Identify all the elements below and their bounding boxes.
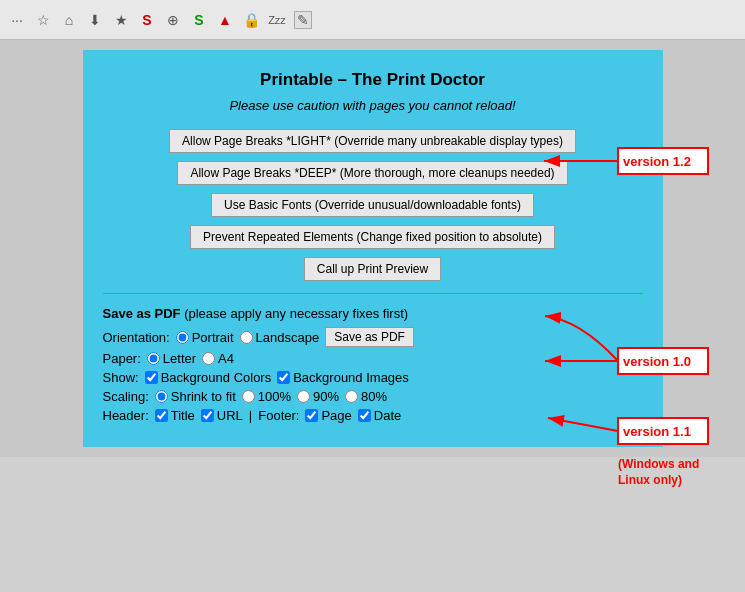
date-checkbox[interactable]	[358, 409, 371, 422]
landscape-label[interactable]: Landscape	[240, 330, 320, 345]
s90-radio[interactable]	[297, 390, 310, 403]
s1-icon[interactable]: S	[138, 11, 156, 29]
pagebreaks-deep-button[interactable]: Allow Page Breaks *DEEP* (More thorough,…	[177, 161, 567, 185]
page-chk-label[interactable]: Page	[305, 408, 351, 423]
paper-row: Paper: Letter A4	[103, 351, 643, 366]
letter-label[interactable]: Letter	[147, 351, 196, 366]
s80-radio[interactable]	[345, 390, 358, 403]
pdf-section-title: Save as PDF (please apply any necessary …	[103, 306, 643, 321]
footer-label: Footer:	[258, 408, 299, 423]
landscape-radio[interactable]	[240, 331, 253, 344]
pdf-title-rest: (please apply any necessary fixes first)	[181, 306, 409, 321]
header-row: Header: Title URL | Footer: Page Date	[103, 408, 643, 423]
letter-radio[interactable]	[147, 352, 160, 365]
pagebreaks-deep-row: Allow Page Breaks *DEEP* (More thorough,…	[103, 161, 643, 185]
zap-icon[interactable]: Zzz	[268, 11, 286, 29]
bg-colors-checkbox[interactable]	[145, 371, 158, 384]
page-checkbox[interactable]	[305, 409, 318, 422]
s100-radio[interactable]	[242, 390, 255, 403]
s90-label[interactable]: 90%	[297, 389, 339, 404]
s100-label[interactable]: 100%	[242, 389, 291, 404]
page-outer: Printable – The Print Doctor Please use …	[0, 40, 745, 457]
bg-colors-label[interactable]: Background Colors	[145, 370, 272, 385]
a4-label[interactable]: A4	[202, 351, 234, 366]
shrink-radio[interactable]	[155, 390, 168, 403]
scaling-row: Scaling: Shrink to fit 100% 90% 80%	[103, 389, 643, 404]
pdf-title-bold: Save as PDF	[103, 306, 181, 321]
prevent-repeated-button[interactable]: Prevent Repeated Elements (Change fixed …	[190, 225, 555, 249]
globe-icon[interactable]: ⊕	[164, 11, 182, 29]
main-panel: Printable – The Print Doctor Please use …	[83, 50, 663, 447]
download-icon[interactable]: ⬇	[86, 11, 104, 29]
pagebreaks-light-button[interactable]: Allow Page Breaks *LIGHT* (Override many…	[169, 129, 576, 153]
s2-icon[interactable]: S	[190, 11, 208, 29]
home-icon[interactable]: ⌂	[60, 11, 78, 29]
print-preview-button[interactable]: Call up Print Preview	[304, 257, 441, 281]
more-icon[interactable]: ···	[8, 11, 26, 29]
header-label: Header:	[103, 408, 149, 423]
windows-note-line2: Linux only)	[618, 473, 682, 487]
bg-images-label[interactable]: Background Images	[277, 370, 409, 385]
title-checkbox[interactable]	[155, 409, 168, 422]
a4-radio[interactable]	[202, 352, 215, 365]
title-chk-label[interactable]: Title	[155, 408, 195, 423]
bookmark-icon[interactable]: ☆	[34, 11, 52, 29]
basic-fonts-button[interactable]: Use Basic Fonts (Override unusual/downlo…	[211, 193, 534, 217]
pdf-icon[interactable]: ▲	[216, 11, 234, 29]
edit-icon[interactable]: ✎	[294, 11, 312, 29]
print-preview-row: Call up Print Preview	[103, 257, 643, 281]
browser-toolbar: ··· ☆ ⌂ ⬇ ★ S ⊕ S ▲ 🔒 Zzz ✎	[0, 0, 745, 40]
toolbar-icons: ··· ☆ ⌂ ⬇ ★ S ⊕ S ▲ 🔒 Zzz ✎	[8, 11, 312, 29]
url-chk-label[interactable]: URL	[201, 408, 243, 423]
portrait-label[interactable]: Portrait	[176, 330, 234, 345]
s80-label[interactable]: 80%	[345, 389, 387, 404]
orientation-row: Orientation: Portrait Landscape Save as …	[103, 327, 643, 347]
section-divider	[103, 293, 643, 294]
shrink-label[interactable]: Shrink to fit	[155, 389, 236, 404]
scaling-label: Scaling:	[103, 389, 149, 404]
paper-label: Paper:	[103, 351, 141, 366]
pagebreaks-light-row: Allow Page Breaks *LIGHT* (Override many…	[103, 129, 643, 153]
bg-images-checkbox[interactable]	[277, 371, 290, 384]
page-subtitle: Please use caution with pages you cannot…	[103, 98, 643, 113]
pipe-separator: |	[249, 408, 252, 423]
save-pdf-button[interactable]: Save as PDF	[325, 327, 414, 347]
prevent-repeated-row: Prevent Repeated Elements (Change fixed …	[103, 225, 643, 249]
url-checkbox[interactable]	[201, 409, 214, 422]
bookmarks-icon[interactable]: ★	[112, 11, 130, 29]
portrait-radio[interactable]	[176, 331, 189, 344]
show-row: Show: Background Colors Background Image…	[103, 370, 643, 385]
orientation-label: Orientation:	[103, 330, 170, 345]
basic-fonts-row: Use Basic Fonts (Override unusual/downlo…	[103, 193, 643, 217]
date-chk-label[interactable]: Date	[358, 408, 401, 423]
page-title: Printable – The Print Doctor	[103, 70, 643, 90]
show-label: Show:	[103, 370, 139, 385]
lock-icon[interactable]: 🔒	[242, 11, 260, 29]
windows-note-line1: (Windows and	[618, 457, 699, 471]
